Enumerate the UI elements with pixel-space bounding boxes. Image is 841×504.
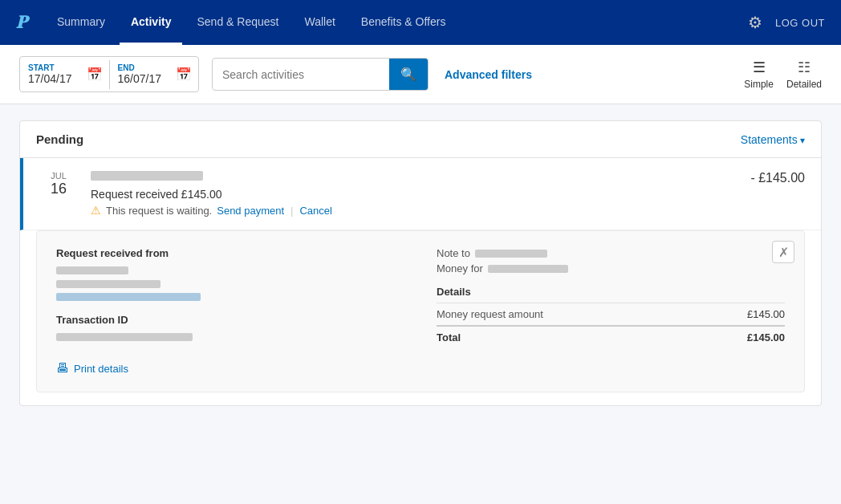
money-for-value-redacted [488, 265, 568, 273]
sender-link-redacted [56, 293, 201, 301]
view-detailed-toggle[interactable]: ☷ Detailed [786, 59, 822, 90]
date-range: Start 17/04/17 📅 End 16/07/17 📅 [19, 56, 199, 92]
nav-summary[interactable]: Summary [46, 0, 116, 45]
view-toggles: ☰ Simple ☷ Detailed [744, 59, 822, 90]
start-date-field: Start 17/04/17 [20, 57, 80, 91]
simple-view-icon: ☰ [753, 59, 766, 76]
transaction-id-label: Transaction ID [56, 314, 404, 326]
sender-name-1-redacted [56, 266, 128, 274]
nav-send-request[interactable]: Send & Request [185, 0, 290, 45]
total-label: Total [437, 326, 694, 348]
detail-panel: ✗ Request received from Transaction ID N… [36, 230, 805, 392]
gear-icon[interactable]: ⚙ [748, 13, 762, 32]
transaction-description: Request received £145.00 [91, 188, 750, 201]
print-details-label: Print details [74, 363, 128, 375]
note-to-label: Note to [437, 247, 470, 259]
navbar: 𝐏 Summary Activity Send & Request Wallet… [0, 0, 841, 45]
advanced-filters-link[interactable]: Advanced filters [445, 68, 532, 81]
nav-right: ⚙ LOG OUT [748, 13, 825, 32]
money-request-label: Money request amount [437, 303, 694, 327]
transaction-info: Request received £145.00 ⚠ This request … [78, 171, 750, 217]
logo: 𝐏 [16, 12, 26, 33]
start-date-label: Start [28, 63, 72, 72]
nav-activity[interactable]: Activity [120, 0, 183, 45]
table-row-total: Total £145.00 [437, 326, 785, 348]
activity-card: Pending Statements JUL 16 Request receiv… [19, 120, 822, 406]
separator: | [290, 205, 293, 217]
end-date-field: End 16/07/17 [110, 57, 170, 91]
waiting-icon: ⚠ [91, 204, 101, 217]
view-simple-toggle[interactable]: ☰ Simple [744, 59, 774, 90]
request-from-label: Request received from [56, 247, 404, 259]
end-date-value: 16/07/17 [118, 72, 162, 85]
table-row-money-request: Money request amount £145.00 [437, 303, 785, 327]
money-for-label: Money for [437, 262, 483, 274]
transaction-day: 16 [51, 181, 67, 197]
note-to-row: Note to [437, 247, 785, 259]
total-value: £145.00 [694, 326, 785, 348]
detail-table: Money request amount £145.00 Total £145.… [437, 303, 785, 348]
end-date-label: End [118, 63, 162, 72]
money-for-row: Money for [437, 262, 785, 274]
send-payment-link[interactable]: Send payment [217, 205, 284, 217]
detail-columns: Request received from Transaction ID Not… [56, 247, 785, 348]
note-to-value-redacted [475, 250, 547, 258]
transaction-amount: - £145.00 [750, 171, 805, 185]
print-details-link[interactable]: 🖶 Print details [56, 361, 785, 376]
nav-links: Summary Activity Send & Request Wallet B… [46, 0, 748, 45]
detail-left-col: Request received from Transaction ID [56, 247, 404, 348]
logout-button[interactable]: LOG OUT [775, 17, 825, 29]
transaction-date: JUL 16 [39, 171, 78, 197]
detailed-view-label: Detailed [786, 79, 822, 90]
pending-title: Pending [36, 132, 83, 146]
transaction-status: ⚠ This request is waiting. Send payment … [91, 204, 750, 217]
transaction-month: JUL [51, 171, 67, 181]
end-calendar-icon[interactable]: 📅 [169, 67, 198, 82]
search-box: 🔍 [212, 58, 429, 91]
sender-name-2-redacted [56, 280, 160, 288]
sender-name-redacted [91, 171, 203, 181]
detail-right-col: Note to Money for Details Money request … [437, 247, 785, 348]
filter-bar: Start 17/04/17 📅 End 16/07/17 📅 🔍 Advanc… [0, 45, 841, 104]
money-request-value: £145.00 [694, 303, 785, 327]
print-icon: 🖶 [56, 361, 69, 376]
transaction-row: JUL 16 Request received £145.00 ⚠ This r… [20, 158, 821, 230]
nav-wallet[interactable]: Wallet [293, 0, 346, 45]
status-text: This request is waiting. [106, 205, 212, 217]
search-button[interactable]: 🔍 [389, 59, 428, 90]
statements-button[interactable]: Statements [741, 133, 805, 146]
card-header: Pending Statements [20, 121, 821, 158]
main-content: Pending Statements JUL 16 Request receiv… [0, 104, 841, 422]
start-date-value: 17/04/17 [28, 72, 72, 85]
cancel-link[interactable]: Cancel [299, 205, 331, 217]
simple-view-label: Simple [744, 79, 774, 90]
search-input[interactable] [213, 60, 389, 89]
start-calendar-icon[interactable]: 📅 [80, 67, 109, 82]
details-section-title: Details [437, 286, 785, 298]
transaction-id-redacted [56, 333, 193, 341]
close-detail-button[interactable]: ✗ [772, 241, 794, 263]
nav-benefits[interactable]: Benefits & Offers [350, 0, 457, 45]
detailed-view-icon: ☷ [798, 59, 811, 76]
